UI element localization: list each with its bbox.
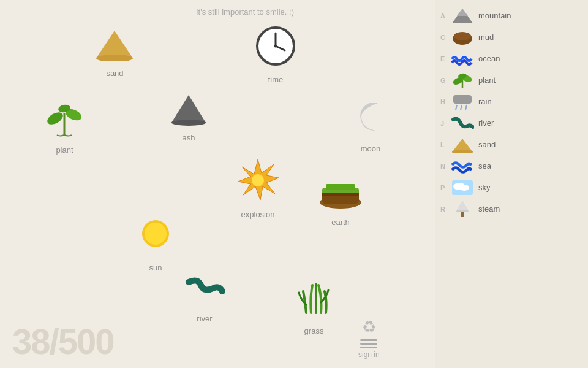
counter: 38/500	[12, 321, 113, 362]
rain-label: rain	[478, 97, 492, 106]
grass-label: grass	[304, 326, 324, 335]
sidebar-plant-icon	[450, 72, 475, 89]
svg-point-5	[274, 45, 277, 48]
sidebar-item-sky[interactable]: P sky	[435, 177, 588, 198]
time-icon	[254, 25, 297, 72]
menu-icon	[360, 339, 377, 348]
svg-point-23	[454, 32, 471, 40]
river-label: river	[197, 314, 212, 323]
element-sand[interactable]: sand	[95, 28, 135, 78]
svg-point-7	[172, 120, 206, 126]
element-ash[interactable]: ash	[170, 92, 207, 142]
sidebar-item-sand[interactable]: L sand	[435, 134, 588, 155]
sun-label: sun	[149, 263, 162, 272]
svg-marker-6	[172, 95, 206, 123]
mountain-icon	[450, 7, 475, 25]
sun-icon	[134, 212, 178, 261]
plant-icon	[42, 95, 88, 143]
svg-point-35	[459, 185, 469, 191]
element-moon[interactable]: moon	[352, 97, 389, 153]
recycle-icon: ♻	[362, 318, 376, 337]
sky-icon	[450, 179, 475, 196]
element-plant[interactable]: plant	[42, 95, 88, 155]
sidebar-item-mud[interactable]: C mud	[435, 26, 588, 48]
sky-label: sky	[478, 183, 491, 192]
time-label: time	[268, 75, 284, 84]
steam-icon	[450, 201, 475, 218]
sidebar-river-icon	[450, 115, 475, 132]
sign-in-area[interactable]: ♻ sign in	[358, 318, 380, 359]
element-river[interactable]: river	[183, 273, 227, 323]
river-icon	[183, 273, 227, 312]
ocean-icon	[450, 50, 475, 67]
rain-icon	[450, 93, 475, 110]
earth-label: earth	[331, 218, 350, 227]
element-sun[interactable]: sun	[134, 212, 178, 272]
explosion-icon	[236, 158, 280, 207]
sidebar-item-plant[interactable]: G plant	[435, 69, 588, 91]
ash-label: ash	[183, 133, 195, 142]
ocean-label: ocean	[478, 54, 500, 63]
svg-marker-0	[96, 31, 133, 58]
element-time[interactable]: time	[254, 25, 297, 84]
sidebar-item-river[interactable]: J river	[435, 112, 588, 134]
sidebar: A mountain C mud E ocean	[435, 0, 588, 368]
explosion-label: explosion	[241, 210, 275, 219]
sidebar-item-rain[interactable]: H rain	[435, 91, 588, 112]
svg-point-12	[252, 174, 264, 186]
sidebar-item-steam[interactable]: R steam	[435, 198, 588, 220]
svg-marker-38	[457, 201, 468, 210]
svg-line-29	[461, 105, 462, 110]
sidebar-sand-label: sand	[478, 140, 496, 149]
svg-point-19	[145, 223, 167, 245]
ash-icon	[170, 92, 207, 131]
svg-line-28	[456, 105, 457, 110]
hint-text: It's still important to smile. :)	[196, 7, 294, 17]
element-explosion[interactable]: explosion	[236, 158, 280, 219]
element-earth[interactable]: earth	[318, 171, 363, 227]
svg-rect-16	[326, 184, 355, 190]
moon-icon	[352, 97, 389, 142]
sand-label: sand	[106, 69, 123, 78]
sea-icon	[450, 158, 475, 175]
sidebar-sand-icon	[450, 136, 475, 153]
moon-label: moon	[361, 144, 381, 153]
plant-label: plant	[56, 145, 73, 155]
sea-label: sea	[478, 161, 491, 171]
sidebar-item-sea[interactable]: N sea	[435, 155, 588, 177]
svg-rect-17	[322, 193, 359, 196]
svg-rect-27	[453, 95, 472, 104]
svg-line-30	[466, 105, 467, 110]
earth-icon	[318, 171, 363, 215]
steam-label: steam	[478, 204, 500, 213]
grass-icon	[294, 279, 334, 324]
sign-in-label[interactable]: sign in	[358, 350, 380, 359]
sidebar-river-label: river	[478, 118, 494, 128]
sidebar-plant-label: plant	[478, 75, 496, 85]
mud-label: mud	[478, 33, 494, 42]
mud-icon	[450, 29, 475, 46]
sidebar-item-mountain[interactable]: A mountain	[435, 5, 588, 26]
sand-icon	[95, 28, 135, 66]
svg-point-8	[45, 110, 65, 127]
mountain-label: mountain	[478, 11, 511, 20]
element-grass[interactable]: grass	[294, 279, 334, 335]
svg-marker-21	[457, 9, 468, 16]
sidebar-item-ocean[interactable]: E ocean	[435, 48, 588, 69]
main-canvas[interactable]: It's still important to smile. :) sand t…	[0, 0, 435, 368]
